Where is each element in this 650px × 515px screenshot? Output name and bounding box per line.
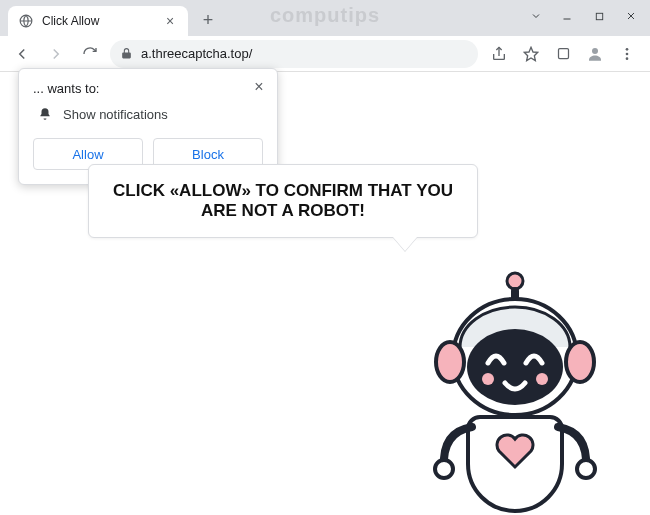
profile-icon[interactable]: [580, 40, 610, 68]
menu-icon[interactable]: [612, 40, 642, 68]
share-icon[interactable]: [484, 40, 514, 68]
svg-point-15: [436, 342, 464, 382]
svg-marker-6: [524, 47, 537, 60]
address-bar[interactable]: a.threecaptcha.top/: [110, 40, 478, 68]
lock-icon: [120, 47, 133, 60]
svg-rect-7: [558, 49, 568, 59]
window-titlebar: computips Click Allow × +: [0, 0, 650, 36]
svg-point-9: [626, 48, 629, 51]
watermark-text: computips: [270, 4, 380, 27]
window-minimize-button[interactable]: [552, 4, 582, 28]
svg-point-18: [482, 373, 494, 385]
svg-point-10: [626, 52, 629, 55]
permission-label: Show notifications: [63, 107, 168, 122]
browser-tab[interactable]: Click Allow ×: [8, 6, 188, 36]
tab-title: Click Allow: [42, 14, 154, 28]
headline-text: CLICK «ALLOW» TO CONFIRM THAT YOU ARE NO…: [113, 181, 453, 220]
url-text: a.threecaptcha.top/: [141, 46, 468, 61]
headline-bubble: CLICK «ALLOW» TO CONFIRM THAT YOU ARE NO…: [88, 164, 478, 238]
back-button[interactable]: [8, 40, 36, 68]
forward-button: [42, 40, 70, 68]
svg-point-17: [467, 329, 563, 405]
svg-point-19: [536, 373, 548, 385]
browser-toolbar: a.threecaptcha.top/: [0, 36, 650, 72]
extensions-icon[interactable]: [548, 40, 578, 68]
svg-point-20: [435, 460, 453, 478]
globe-icon: [18, 13, 34, 29]
svg-point-8: [592, 48, 598, 54]
window-close-button[interactable]: [616, 4, 646, 28]
window-controls: [522, 4, 646, 28]
reload-button[interactable]: [76, 40, 104, 68]
svg-point-12: [507, 273, 523, 289]
permission-row: Show notifications: [37, 106, 263, 122]
bell-icon: [37, 106, 53, 122]
prompt-origin-text: ... wants to:: [33, 81, 263, 96]
toolbar-actions: [484, 40, 642, 68]
chevron-down-icon[interactable]: [522, 4, 550, 28]
tab-close-icon[interactable]: ×: [162, 13, 178, 29]
robot-illustration: [410, 267, 620, 515]
window-maximize-button[interactable]: [584, 4, 614, 28]
bookmark-icon[interactable]: [516, 40, 546, 68]
svg-point-11: [626, 57, 629, 60]
page-content: × ... wants to: Show notifications Allow…: [0, 72, 650, 515]
svg-rect-2: [596, 13, 602, 19]
svg-point-16: [566, 342, 594, 382]
prompt-close-icon[interactable]: ×: [249, 77, 269, 97]
svg-point-21: [577, 460, 595, 478]
new-tab-button[interactable]: +: [194, 6, 222, 34]
